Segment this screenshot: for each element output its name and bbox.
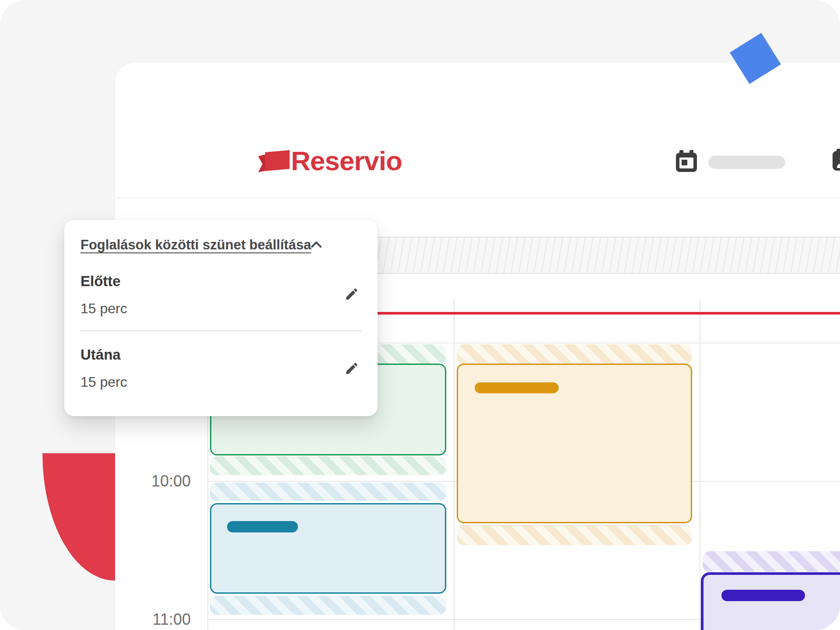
grid-vline-2: [454, 299, 455, 630]
before-value: 15 perc: [80, 301, 127, 316]
after-value: 15 perc: [80, 374, 127, 390]
after-label: Utána: [80, 347, 121, 363]
purple-event-buffer-before: [703, 551, 840, 572]
time-label-10: 10:00: [138, 473, 191, 489]
edit-after-pencil-icon[interactable]: [344, 361, 359, 376]
orange-event-title-placeholder: [475, 382, 559, 393]
purple-event-title-placeholder: [721, 590, 805, 601]
before-label: Előtte: [80, 273, 121, 289]
orange-event-buffer-before: [457, 344, 692, 364]
blue-event-buffer-after: [210, 596, 446, 615]
blue-event-title-placeholder: [227, 521, 298, 532]
reservio-flag-icon: [258, 150, 290, 174]
popover-divider: [80, 330, 361, 331]
green-event-buffer-after: [210, 456, 446, 475]
calendar-icon: [676, 150, 697, 172]
brand-logo-text: Reservio: [291, 147, 402, 175]
page-canvas: Reservio: [0, 0, 840, 630]
break-settings-popover: Foglalások közötti szünet beállítása Elő…: [64, 220, 378, 416]
header-nav-placeholder[interactable]: [708, 156, 785, 169]
time-label-11: 11:00: [138, 612, 191, 627]
header-calendar-nav[interactable]: [676, 150, 697, 174]
contact-badge-icon: [833, 149, 840, 171]
orange-event-buffer-after: [457, 525, 692, 545]
collapse-chevron-up-icon[interactable]: [311, 241, 322, 248]
header-account-nav[interactable]: [833, 149, 840, 172]
edit-before-pencil-icon[interactable]: [344, 287, 359, 301]
purple-event[interactable]: [701, 572, 840, 630]
page-background: Reservio: [0, 0, 840, 630]
orange-event[interactable]: [457, 364, 692, 523]
decor-red-shape: [42, 453, 115, 581]
header-divider: [115, 197, 840, 198]
grid-vline-3: [700, 299, 700, 630]
blue-event-buffer-before: [210, 483, 446, 501]
blue-event[interactable]: [210, 503, 446, 594]
break-settings-title[interactable]: Foglalások közötti szünet beállítása: [80, 237, 311, 253]
